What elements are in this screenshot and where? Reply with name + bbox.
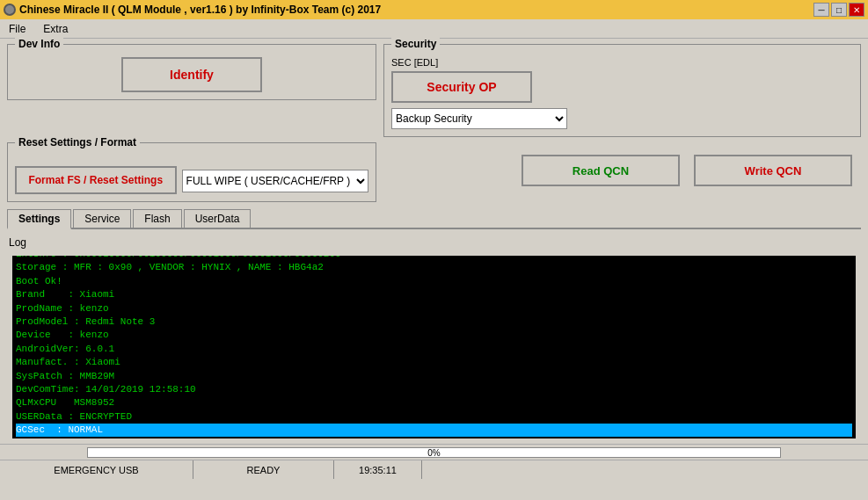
- log-line: ProdModel : Redmi Note 3: [16, 315, 852, 329]
- log-line: AndroidVer: 6.0.1: [16, 343, 852, 356]
- write-qcn-button[interactable]: Write QCN: [694, 155, 852, 186]
- log-line: QLMxCPU MSM8952: [16, 396, 852, 409]
- log-line: Storage : MFR : 0x90 , VENDOR : HYNIX , …: [16, 261, 852, 274]
- tabs-row: Settings Service Flash UserData: [7, 209, 861, 229]
- tab-settings[interactable]: Settings: [7, 209, 71, 229]
- log-line: USERData : ENCRYPTED: [16, 410, 852, 424]
- progress-bar-row: 0%: [0, 444, 868, 460]
- menu-extra[interactable]: Extra: [38, 21, 73, 37]
- window-controls: ─ □ ✕: [813, 3, 864, 17]
- log-line: Brand : Xiaomi: [16, 288, 852, 301]
- progress-text: 0%: [88, 448, 781, 458]
- identify-button[interactable]: Identify: [121, 57, 262, 92]
- status-emergency: EMERGENCY USB: [0, 460, 193, 479]
- log-line: Boot Ok!: [16, 275, 852, 288]
- tab-userdata[interactable]: UserData: [184, 209, 252, 228]
- wipe-select[interactable]: FULL WIPE ( USER/CACHE/FRP ) WIPE USER W…: [182, 170, 368, 192]
- log-line: ProdName : kenzo: [16, 302, 852, 315]
- log-line: DevComTime: 14/01/2019 12:58:10: [16, 383, 852, 396]
- dev-info-panel: Dev Info Identify: [7, 44, 376, 100]
- title-bar: Chinese Miracle II ( QLM Module , ver1.1…: [0, 0, 868, 19]
- log-wrapper: ExtInfo : 0x0001C000/00100000/00001000/0…: [7, 256, 861, 438]
- reset-legend: Reset Settings / Format: [15, 136, 140, 149]
- dev-info-legend: Dev Info: [15, 38, 63, 50]
- log-line: Device : kenzo: [16, 329, 852, 342]
- progress-bar: 0%: [87, 447, 782, 458]
- log-label: Log: [9, 236, 861, 249]
- backup-security-select[interactable]: Backup Security Restore Security: [391, 108, 567, 129]
- sec-edl-label: SEC [EDL]: [391, 57, 853, 68]
- log-line: GCSec : NORMAL: [16, 424, 852, 437]
- log-area[interactable]: ExtInfo : 0x0001C000/00100000/00001000/0…: [12, 256, 856, 438]
- status-bar: EMERGENCY USB READY 19:35:11: [0, 460, 868, 479]
- tab-service[interactable]: Service: [73, 209, 131, 228]
- read-qcn-button[interactable]: Read QCN: [522, 155, 680, 186]
- maximize-button[interactable]: □: [831, 3, 847, 17]
- tab-flash[interactable]: Flash: [133, 209, 181, 228]
- security-panel: Security SEC [EDL] Security OP Backup Se…: [383, 44, 861, 137]
- main-area: Dev Info Identify Security SEC [EDL] Sec…: [0, 39, 868, 444]
- top-row: Dev Info Identify Security SEC [EDL] Sec…: [7, 44, 861, 137]
- reset-panel: Reset Settings / Format Format FS / Rese…: [7, 142, 376, 202]
- menu-file[interactable]: File: [4, 21, 31, 37]
- security-legend: Security: [391, 38, 440, 50]
- format-button[interactable]: Format FS / Reset Settings: [15, 166, 177, 194]
- title-bar-text: Chinese Miracle II ( QLM Module , ver1.1…: [19, 4, 381, 16]
- qcn-buttons: Read QCN Write QCN: [383, 142, 861, 186]
- app-icon: [4, 4, 16, 16]
- reset-row: Reset Settings / Format Format FS / Rese…: [7, 142, 861, 202]
- minimize-button[interactable]: ─: [813, 3, 829, 17]
- status-ready: READY: [193, 460, 334, 479]
- log-line: Manufact. : Xiaomi: [16, 356, 852, 369]
- log-line: SysPatch : MMB29M: [16, 370, 852, 383]
- status-time: 19:35:11: [334, 460, 422, 479]
- menu-bar: File Extra: [0, 19, 868, 39]
- security-op-button[interactable]: Security OP: [391, 71, 532, 103]
- close-button[interactable]: ✕: [849, 3, 864, 17]
